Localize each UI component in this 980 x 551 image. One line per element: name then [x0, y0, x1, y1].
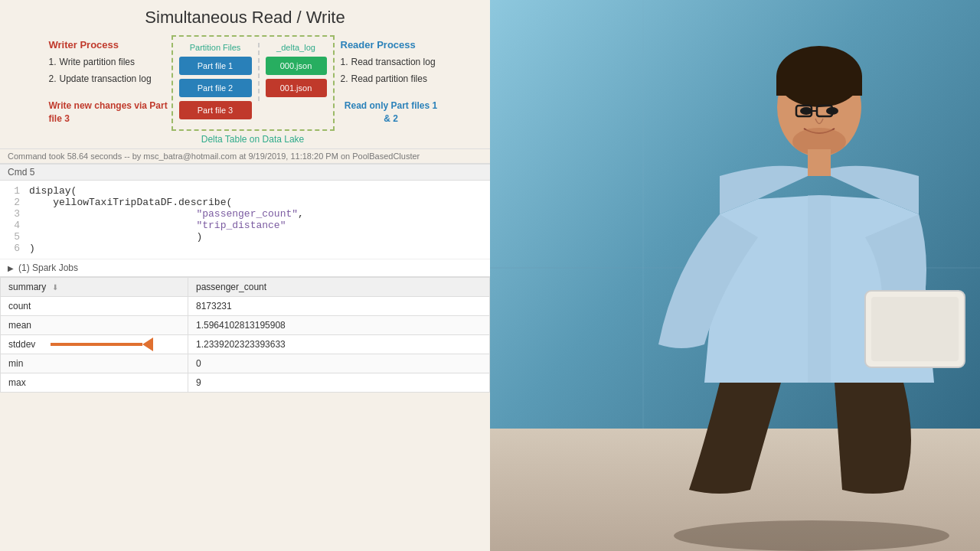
table-body: count8173231mean1.5964102813195908stddev…: [1, 297, 490, 393]
background-svg: [490, 0, 980, 551]
table-row: count8173231: [1, 297, 490, 316]
writer-process: Writer Process 1. Write partition files …: [49, 35, 172, 126]
part-file-3: Part file 3: [179, 101, 252, 119]
partition-files-col: Partition Files Part file 1 Part file 2 …: [179, 43, 252, 123]
cell-summary: stddev: [1, 335, 188, 354]
cell-summary: min: [1, 354, 188, 373]
reader-process: Reader Process 1. Read transaction log 2…: [335, 35, 442, 126]
cell-passenger-count: 8173231: [188, 297, 490, 316]
cell-summary: max: [1, 373, 188, 393]
diagram-title: Simultaneous Read / Write: [15, 8, 475, 28]
spark-jobs-label: (1) Spark Jobs: [18, 262, 78, 273]
diagram-body: Writer Process 1. Write partition files …: [15, 35, 475, 145]
json-file-001: 001.json: [266, 79, 327, 97]
arrow-line: [51, 343, 142, 346]
reader-steps: 1. Read transaction log 2. Read partitio…: [341, 55, 442, 86]
writer-title: Writer Process: [49, 39, 172, 51]
cmd-label: Cmd 5: [0, 165, 490, 181]
json-file-000: 000.json: [266, 57, 327, 75]
col-header-summary[interactable]: summary ⬇: [1, 278, 188, 297]
reader-title: Reader Process: [341, 39, 442, 51]
delta-table-label: Delta Table on Data Lake: [201, 134, 305, 145]
code-line-2: 2 yellowTaxiTripDataDF.describe(: [8, 197, 482, 208]
table-row: mean1.5964102813195908: [1, 316, 490, 335]
table-row: min0: [1, 354, 490, 373]
svg-point-16: [674, 520, 949, 551]
writer-steps: 1. Write partition files 2. Update trans…: [49, 55, 172, 86]
table-row: stddev1.2339202323393633: [1, 335, 490, 354]
reader-step-2: 2. Read partition files: [341, 72, 442, 86]
data-table: summary ⬇ passenger_count count8173231me…: [0, 277, 490, 393]
orange-arrow: [51, 337, 153, 351]
spark-expand-icon: ▶: [8, 264, 14, 272]
command-status: Command took 58.64 seconds -- by msc_bat…: [0, 148, 490, 163]
read-only-part-files: Read only Part files 1 & 2: [341, 99, 442, 126]
writer-step-2: 2. Update transaction log: [49, 72, 172, 86]
svg-rect-15: [871, 297, 959, 361]
delta-table-box: Partition Files Part file 1 Part file 2 …: [172, 35, 335, 131]
code-block: 1 display( 2 yellowTaxiTripDataDF.descri…: [0, 181, 490, 259]
delta-log-col: _delta_log 000.json 001.json: [258, 43, 327, 101]
cell-passenger-count: 1.5964102813195908: [188, 316, 490, 335]
code-line-6: 6 ): [8, 243, 482, 254]
cell-passenger-count: 9: [188, 373, 490, 393]
partition-files-header: Partition Files: [190, 43, 241, 52]
table-row: max9: [1, 373, 490, 393]
cell-summary: count: [1, 297, 188, 316]
part-file-2: Part file 2: [179, 79, 252, 97]
svg-rect-6: [776, 77, 862, 96]
writer-step-1: 1. Write partition files: [49, 55, 172, 69]
arrow-head: [142, 337, 153, 351]
code-section: Cmd 5 1 display( 2 yellowTaxiTripDataDF.…: [0, 163, 490, 259]
code-line-4: 4 "trip_distance": [8, 220, 482, 231]
cell-summary: mean: [1, 316, 188, 335]
code-line-3: 3 "passenger_count",: [8, 208, 482, 220]
code-line-5: 5 ): [8, 231, 482, 243]
diagram-section: Simultaneous Read / Write Writer Process…: [0, 0, 490, 148]
col-label-summary: summary: [8, 282, 46, 292]
left-panel: Simultaneous Read / Write Writer Process…: [0, 0, 490, 551]
svg-point-7: [800, 107, 812, 115]
right-panel: [490, 0, 980, 551]
svg-rect-13: [808, 149, 831, 176]
cell-passenger-count: 1.2339202323393633: [188, 335, 490, 354]
spark-jobs[interactable]: ▶ (1) Spark Jobs: [0, 259, 490, 276]
table-section: summary ⬇ passenger_count count8173231me…: [0, 276, 490, 551]
sort-icon: ⬇: [52, 283, 58, 292]
part-file-1: Part file 1: [179, 57, 252, 75]
cell-passenger-count: 0: [188, 354, 490, 373]
table-header-row: summary ⬇ passenger_count: [1, 278, 490, 297]
write-new-changes: Write new changes via Part file 3: [49, 99, 172, 126]
reader-step-1: 1. Read transaction log: [341, 55, 442, 69]
delta-log-header: _delta_log: [276, 43, 315, 52]
code-line-1: 1 display(: [8, 185, 482, 197]
col-header-passenger-count: passenger_count: [188, 278, 490, 297]
col-label-passenger-count: passenger_count: [196, 282, 266, 292]
